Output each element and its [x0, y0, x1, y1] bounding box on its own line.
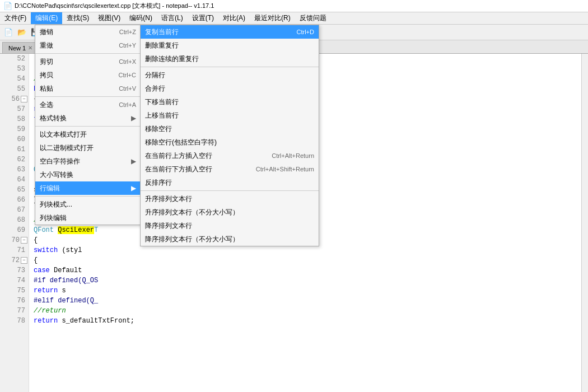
lineedit-submenu[interactable]: 复制当前行 Ctrl+D 删除重复行 删除连续的重复行 分隔行 合并行 下移当前… [140, 25, 319, 246]
menu-undo[interactable]: 撤销 Ctrl+Z [35, 25, 141, 39]
menu-code[interactable]: 编码(N) [125, 12, 157, 24]
menu-redo[interactable]: 重做 Ctrl+Y [35, 39, 141, 52]
menu-sep3 [35, 126, 141, 127]
sub-split-line[interactable]: 分隔行 [141, 68, 319, 82]
menubar: 文件(F) 编辑(E) 查找(S) 视图(V) 编码(N) 语言(L) 设置(T… [0, 12, 588, 25]
vscrollbar[interactable] [581, 54, 588, 392]
sub-sort-asc-ci-label: 升序排列文本行（不分大小写） [145, 208, 239, 217]
menu-lineedit-label: 行编辑 [40, 184, 60, 193]
menu-feedback[interactable]: 反馈问题 [295, 12, 331, 24]
sub-move-down[interactable]: 下移当前行 [141, 95, 319, 109]
menu-columnedit[interactable]: 列块编辑 [35, 211, 141, 225]
menu-recentcompare[interactable]: 最近对比(R) [250, 12, 295, 24]
menu-edit[interactable]: 编辑(E) [31, 12, 62, 24]
code-line-74: #if defined(Q_OS [29, 276, 581, 286]
menu-whitespace[interactable]: 空白字符操作 ▶ [35, 155, 141, 168]
sub-copy-cur-line-label: 复制当前行 [145, 27, 179, 37]
code-line-72: { [29, 255, 581, 265]
sub-sort-desc[interactable]: 降序排列文本行 [141, 219, 319, 232]
menu-redo-label: 重做 [40, 41, 53, 50]
ln-67: 67 [0, 205, 29, 215]
menu-sep1 [35, 53, 141, 54]
ln-69: 69 [0, 225, 29, 235]
menu-sep2 [35, 96, 141, 97]
code-line-76: #elif defined(Q_ [29, 296, 581, 306]
sub-copy-cur-line-shortcut: Ctrl+D [297, 29, 314, 35]
fold-56[interactable]: − [21, 96, 27, 102]
tb-new[interactable]: 📄 [2, 26, 15, 39]
menu-columnmode[interactable]: 列块模式... [35, 198, 141, 211]
sub-merge-line[interactable]: 合并行 [141, 82, 319, 95]
menu-selectall-shortcut: Ctrl+A [119, 101, 136, 108]
sub-sep2 [141, 190, 319, 191]
menu-formatconvert-arrow: ▶ [131, 114, 136, 122]
menu-compare[interactable]: 对比(A) [218, 12, 250, 24]
menu-sep4 [35, 196, 141, 197]
edit-menu[interactable]: 撤销 Ctrl+Z 重做 Ctrl+Y 剪切 Ctrl+X 拷贝 Ctrl+C … [35, 25, 141, 225]
menu-opentextmode-label: 以文本模式打开 [40, 130, 87, 139]
menu-selectall[interactable]: 全选 Ctrl+A [35, 98, 141, 111]
sub-del-empty-ws-label: 移除空行(包括空白字符) [145, 138, 217, 147]
menu-lang[interactable]: 语言(L) [157, 12, 188, 24]
sub-sort-asc[interactable]: 升序排列文本行 [141, 192, 319, 206]
ln-59: 59 [0, 124, 29, 134]
fold-70[interactable]: − [21, 237, 27, 244]
sub-sort-asc-ci[interactable]: 升序排列文本行（不分大小写） [141, 206, 319, 219]
sub-del-consec-dup-label: 删除连续的重复行 [145, 54, 199, 64]
sub-del-empty[interactable]: 移除空行 [141, 122, 319, 136]
sub-ins-below[interactable]: 在当前行下方插入空行 Ctrl+Alt+Shift+Return [141, 162, 319, 176]
ln-76: 76 [0, 296, 29, 306]
sub-del-dup-label: 删除重复行 [145, 41, 179, 50]
tb-open[interactable]: 📂 [16, 26, 28, 39]
ln-60: 60 [0, 134, 29, 144]
menu-view[interactable]: 视图(V) [94, 12, 125, 24]
ln-61: 61 [0, 144, 29, 155]
fold-72[interactable]: − [21, 257, 27, 264]
menu-lineedit[interactable]: 行编辑 ▶ [35, 181, 141, 195]
ln-77: 77 [0, 306, 29, 316]
ln-63: 63 [0, 165, 29, 175]
menu-formatconvert[interactable]: 格式转换 ▶ [35, 111, 141, 125]
ln-66: 66 [0, 195, 29, 205]
menu-opentextmode[interactable]: 以文本模式打开 [35, 128, 141, 141]
menu-lineedit-arrow: ▶ [131, 184, 136, 192]
sub-split-line-label: 分隔行 [145, 71, 165, 80]
sub-copy-cur-line[interactable]: 复制当前行 Ctrl+D [141, 25, 319, 39]
ln-58: 58 [0, 114, 29, 124]
menu-openbinmode[interactable]: 以二进制模式打开 [35, 141, 141, 155]
code-line-78: return s_defaultTxtFront; [29, 316, 581, 326]
titlebar: 📄 D:\CCNotePad\qscint\src\qscilexertext.… [0, 0, 588, 12]
sub-del-consec-dup[interactable]: 删除连续的重复行 [141, 52, 319, 66]
tab-new1[interactable]: New 1 ✕ [2, 42, 39, 53]
title-text: D:\CCNotePad\qscint\src\qscilexertext.cp… [15, 2, 214, 10]
menu-file[interactable]: 文件(F) [0, 12, 31, 24]
sub-move-up[interactable]: 上移当前行 [141, 109, 319, 122]
menu-paste-shortcut: Ctrl+V [119, 85, 136, 92]
code-line-75: return s [29, 286, 581, 296]
menu-columnmode-label: 列块模式... [40, 200, 72, 209]
menu-redo-shortcut: Ctrl+Y [119, 42, 136, 49]
sub-del-dup[interactable]: 删除重复行 [141, 39, 319, 52]
menu-undo-shortcut: Ctrl+Z [119, 29, 136, 35]
menu-paste[interactable]: 粘贴 Ctrl+V [35, 82, 141, 95]
menu-openbinmode-label: 以二进制模式打开 [40, 143, 94, 153]
sub-reverse[interactable]: 反排序行 [141, 176, 319, 189]
sub-sort-desc-label: 降序排列文本行 [145, 221, 192, 231]
menu-settings[interactable]: 设置(T) [188, 12, 218, 24]
menu-formatconvert-label: 格式转换 [40, 114, 67, 123]
sub-sort-desc-ci[interactable]: 降序排列文本行（不分大小写） [141, 232, 319, 246]
sub-ins-above[interactable]: 在当前行上方插入空行 Ctrl+Alt+Return [141, 149, 319, 162]
sub-move-down-label: 下移当前行 [145, 97, 179, 107]
menu-copy[interactable]: 拷贝 Ctrl+C [35, 68, 141, 82]
ln-71: 71 [0, 245, 29, 255]
tab-new1-close[interactable]: ✕ [28, 45, 32, 51]
sub-ins-below-label: 在当前行下方插入空行 [145, 165, 212, 174]
menu-paste-label: 粘贴 [40, 84, 53, 94]
menu-caseconvert[interactable]: 大小写转换 [35, 168, 141, 181]
menu-cut[interactable]: 剪切 Ctrl+X [35, 55, 141, 68]
sub-del-empty-ws[interactable]: 移除空行(包括空白字符) [141, 136, 319, 149]
code-line-71: switch (styl [29, 245, 581, 255]
menu-search[interactable]: 查找(S) [62, 12, 94, 24]
menu-caseconvert-label: 大小写转换 [40, 170, 73, 180]
sub-ins-above-label: 在当前行上方插入空行 [145, 151, 212, 161]
